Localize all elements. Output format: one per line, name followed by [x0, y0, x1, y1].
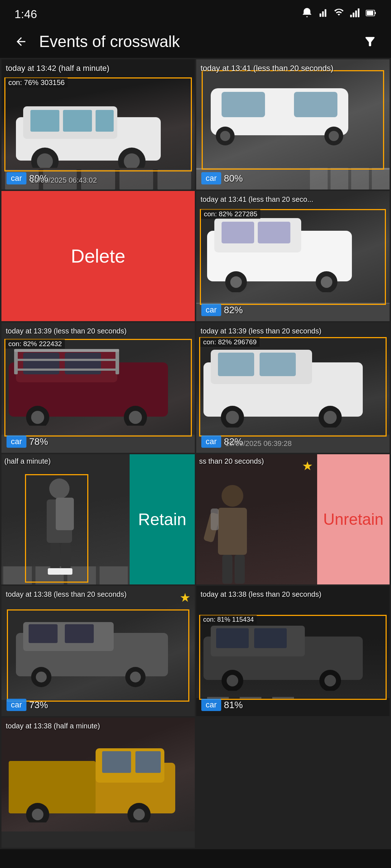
svg-rect-3 — [350, 14, 352, 17]
detection-5: car 78% — [7, 435, 48, 448]
status-icons — [302, 8, 377, 21]
svg-rect-8 — [367, 11, 373, 15]
detection-2: car 80% — [201, 172, 243, 184]
svg-rect-87 — [135, 751, 161, 773]
back-button[interactable] — [10, 31, 32, 52]
svg-point-62 — [222, 485, 243, 507]
svg-rect-88 — [9, 761, 96, 813]
svg-point-92 — [133, 809, 145, 820]
data-icon — [318, 8, 328, 21]
event-cell-2[interactable]: today at 13:41 (less than 20 seconds) ca… — [196, 59, 390, 190]
retain-label: Retain — [138, 510, 186, 529]
timestamp-4: today at 13:41 (less than 20 seco... — [201, 195, 313, 204]
date-1: 10/09/2025 06:43:02 — [30, 176, 97, 184]
event-cell-8-unretain[interactable]: ss than 20 seconds) ★ Unretain — [196, 454, 390, 584]
event-cell-1[interactable]: con: 76% 303156 today at 13:42 (half a m… — [1, 59, 195, 190]
svg-rect-0 — [320, 13, 321, 17]
timestamp-8: ss than 20 seconds) — [199, 457, 264, 465]
timestamp-7: (half a minute) — [4, 457, 51, 465]
svg-rect-6 — [358, 8, 360, 17]
event-cell-9[interactable]: today at 13:38 (less than 20 seconds) ★ … — [1, 586, 195, 716]
detection-10: car 81% — [201, 699, 243, 711]
star-9: ★ — [180, 590, 190, 605]
unretain-action[interactable]: Unretain — [317, 454, 390, 584]
detection-4: car 82% — [201, 304, 243, 316]
svg-rect-67 — [235, 555, 245, 584]
event-cell-7-retain[interactable]: (half a minute) — [1, 454, 195, 584]
svg-rect-63 — [218, 508, 247, 555]
event-cell-6[interactable]: con: 82% 296769 today at 13:39 (less tha… — [196, 323, 390, 453]
battery-icon — [366, 8, 377, 21]
timestamp-1: today at 13:42 (half a minute) — [6, 64, 109, 73]
timestamp-2: today at 13:41 (less than 20 seconds) — [201, 64, 333, 73]
event-cell-3-delete[interactable]: Delete — [1, 191, 195, 321]
timestamp-11: today at 13:38 (half a minute) — [6, 722, 100, 730]
wifi-icon — [334, 8, 344, 21]
signal-icon — [350, 8, 360, 21]
unretain-label: Unretain — [323, 510, 383, 528]
delete-label: Delete — [71, 245, 125, 267]
status-time: 1:46 — [14, 8, 37, 21]
svg-rect-2 — [325, 9, 327, 17]
app-bar: Events of crosswalk — [0, 25, 391, 58]
event-cell-5[interactable]: con: 82% 222432 today at 13:39 (less tha… — [1, 323, 195, 453]
svg-rect-65 — [211, 509, 219, 530]
events-grid: con: 76% 303156 today at 13:42 (half a m… — [0, 58, 391, 849]
svg-rect-86 — [102, 751, 131, 773]
svg-rect-66 — [222, 555, 232, 584]
svg-point-90 — [32, 809, 43, 820]
date-6: 10/09/2025 06:39:28 — [225, 439, 292, 448]
filter-button[interactable] — [359, 31, 381, 52]
page-title: Events of crosswalk — [39, 33, 352, 51]
event-cell-4[interactable]: con: 82% 227285 today at 13:41 (less tha… — [196, 191, 390, 321]
event-cell-11[interactable]: today at 13:38 (half a minute) — [1, 718, 195, 848]
timestamp-6: today at 13:39 (less than 20 seconds) — [201, 327, 321, 335]
delete-action[interactable]: Delete — [1, 191, 195, 321]
star-8: ★ — [302, 459, 313, 473]
svg-rect-9 — [375, 12, 376, 14]
notification-icon — [302, 8, 312, 21]
timestamp-5: today at 13:39 (less than 20 seconds) — [6, 327, 127, 335]
bbox-label-1: con: 76% 303156 — [5, 78, 68, 88]
timestamp-9: today at 13:38 (less than 20 seconds) — [6, 590, 127, 599]
event-cell-10[interactable]: con: 81% 115434 today at 13:38 (less tha… — [196, 586, 390, 716]
status-bar: 1:46 — [0, 0, 391, 25]
svg-rect-1 — [322, 11, 324, 17]
svg-rect-4 — [353, 12, 354, 17]
retain-action[interactable]: Retain — [130, 454, 195, 584]
svg-rect-5 — [355, 10, 357, 17]
timestamp-10: today at 13:38 (less than 20 seconds) — [201, 590, 321, 599]
detection-9: car 73% — [7, 699, 48, 711]
